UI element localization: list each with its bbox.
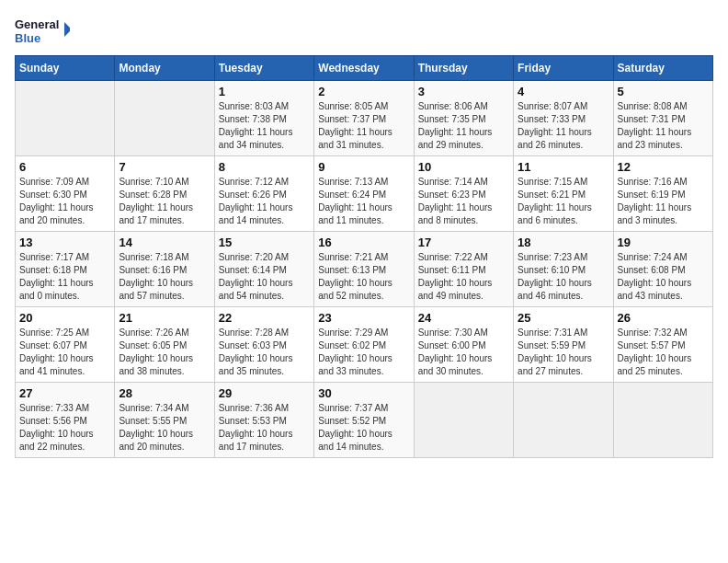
calendar-week-row: 1Sunrise: 8:03 AMSunset: 7:38 PMDaylight… (16, 81, 713, 156)
calendar-cell (514, 383, 613, 458)
calendar-cell: 12Sunrise: 7:16 AMSunset: 6:19 PMDayligh… (613, 156, 712, 232)
calendar-cell: 29Sunrise: 7:36 AMSunset: 5:53 PMDayligh… (214, 383, 313, 458)
day-number: 4 (518, 85, 609, 98)
day-number: 12 (618, 160, 709, 174)
calendar-cell (16, 81, 115, 156)
day-info: Sunrise: 7:29 AMSunset: 6:02 PMDaylight:… (318, 327, 409, 378)
weekday-header-monday: Monday (115, 56, 214, 81)
calendar-cell: 28Sunrise: 7:34 AMSunset: 5:55 PMDayligh… (115, 383, 214, 458)
calendar-cell: 20Sunrise: 7:25 AMSunset: 6:07 PMDayligh… (16, 307, 115, 383)
calendar-cell: 2Sunrise: 8:05 AMSunset: 7:37 PMDaylight… (314, 81, 414, 156)
day-info: Sunrise: 7:28 AMSunset: 6:03 PMDaylight:… (219, 327, 310, 378)
calendar-table: SundayMondayTuesdayWednesdayThursdayFrid… (15, 55, 713, 458)
day-info: Sunrise: 7:30 AMSunset: 6:00 PMDaylight:… (418, 327, 509, 378)
calendar-cell: 13Sunrise: 7:17 AMSunset: 6:18 PMDayligh… (16, 232, 115, 307)
day-number: 19 (618, 236, 709, 249)
calendar-cell (115, 81, 214, 156)
page-header: General Blue (15, 15, 713, 48)
day-number: 13 (19, 236, 110, 249)
day-number: 1 (219, 85, 310, 98)
calendar-cell: 11Sunrise: 7:15 AMSunset: 6:21 PMDayligh… (514, 156, 613, 232)
calendar-cell: 15Sunrise: 7:20 AMSunset: 6:14 PMDayligh… (214, 232, 313, 307)
calendar-cell: 9Sunrise: 7:13 AMSunset: 6:24 PMDaylight… (314, 156, 414, 232)
day-number: 14 (119, 236, 210, 249)
day-info: Sunrise: 8:05 AMSunset: 7:37 PMDaylight:… (318, 100, 409, 152)
weekday-header-saturday: Saturday (613, 56, 712, 81)
calendar-header: SundayMondayTuesdayWednesdayThursdayFrid… (16, 56, 713, 81)
day-info: Sunrise: 7:10 AMSunset: 6:28 PMDaylight:… (119, 176, 210, 227)
day-info: Sunrise: 7:34 AMSunset: 5:55 PMDaylight:… (119, 402, 210, 454)
calendar-week-row: 6Sunrise: 7:09 AMSunset: 6:30 PMDaylight… (16, 156, 713, 232)
calendar-cell: 8Sunrise: 7:12 AMSunset: 6:26 PMDaylight… (214, 156, 313, 232)
calendar-cell: 10Sunrise: 7:14 AMSunset: 6:23 PMDayligh… (414, 156, 513, 232)
calendar-cell (414, 383, 513, 458)
day-info: Sunrise: 7:31 AMSunset: 5:59 PMDaylight:… (518, 327, 609, 378)
calendar-week-row: 20Sunrise: 7:25 AMSunset: 6:07 PMDayligh… (16, 307, 713, 383)
calendar-cell: 30Sunrise: 7:37 AMSunset: 5:52 PMDayligh… (314, 383, 414, 458)
day-number: 21 (119, 311, 210, 325)
day-number: 3 (418, 85, 509, 98)
day-info: Sunrise: 7:32 AMSunset: 5:57 PMDaylight:… (618, 327, 709, 378)
day-number: 15 (219, 236, 310, 249)
day-info: Sunrise: 7:16 AMSunset: 6:19 PMDaylight:… (618, 176, 709, 227)
svg-text:General: General (15, 17, 59, 31)
svg-text:Blue: Blue (15, 31, 40, 45)
day-number: 27 (19, 386, 110, 400)
calendar-cell: 17Sunrise: 7:22 AMSunset: 6:11 PMDayligh… (414, 232, 513, 307)
calendar-cell: 14Sunrise: 7:18 AMSunset: 6:16 PMDayligh… (115, 232, 214, 307)
day-number: 30 (318, 386, 409, 400)
weekday-header-wednesday: Wednesday (314, 56, 414, 81)
calendar-cell: 18Sunrise: 7:23 AMSunset: 6:10 PMDayligh… (514, 232, 613, 307)
svg-marker-2 (64, 22, 70, 37)
day-info: Sunrise: 7:20 AMSunset: 6:14 PMDaylight:… (219, 251, 310, 303)
day-number: 23 (318, 311, 409, 325)
day-info: Sunrise: 8:07 AMSunset: 7:33 PMDaylight:… (518, 100, 609, 152)
calendar-cell: 4Sunrise: 8:07 AMSunset: 7:33 PMDaylight… (514, 81, 613, 156)
day-info: Sunrise: 7:14 AMSunset: 6:23 PMDaylight:… (418, 176, 509, 227)
day-info: Sunrise: 7:22 AMSunset: 6:11 PMDaylight:… (418, 251, 509, 303)
day-info: Sunrise: 7:37 AMSunset: 5:52 PMDaylight:… (318, 402, 409, 454)
day-info: Sunrise: 7:18 AMSunset: 6:16 PMDaylight:… (119, 251, 210, 303)
calendar-cell: 19Sunrise: 7:24 AMSunset: 6:08 PMDayligh… (613, 232, 712, 307)
day-number: 24 (418, 311, 509, 325)
calendar-cell: 3Sunrise: 8:06 AMSunset: 7:35 PMDaylight… (414, 81, 513, 156)
day-number: 18 (518, 236, 609, 249)
calendar-cell: 1Sunrise: 8:03 AMSunset: 7:38 PMDaylight… (214, 81, 313, 156)
day-info: Sunrise: 7:23 AMSunset: 6:10 PMDaylight:… (518, 251, 609, 303)
day-info: Sunrise: 7:15 AMSunset: 6:21 PMDaylight:… (518, 176, 609, 227)
day-number: 9 (318, 160, 409, 174)
calendar-body: 1Sunrise: 8:03 AMSunset: 7:38 PMDaylight… (16, 81, 713, 458)
day-info: Sunrise: 7:17 AMSunset: 6:18 PMDaylight:… (19, 251, 110, 303)
day-info: Sunrise: 7:24 AMSunset: 6:08 PMDaylight:… (618, 251, 709, 303)
weekday-header-tuesday: Tuesday (214, 56, 313, 81)
calendar-cell: 5Sunrise: 8:08 AMSunset: 7:31 PMDaylight… (613, 81, 712, 156)
day-info: Sunrise: 7:33 AMSunset: 5:56 PMDaylight:… (19, 402, 110, 454)
day-info: Sunrise: 7:09 AMSunset: 6:30 PMDaylight:… (19, 176, 110, 227)
day-number: 22 (219, 311, 310, 325)
day-info: Sunrise: 7:26 AMSunset: 6:05 PMDaylight:… (119, 327, 210, 378)
day-number: 17 (418, 236, 509, 249)
calendar-cell: 25Sunrise: 7:31 AMSunset: 5:59 PMDayligh… (514, 307, 613, 383)
calendar-week-row: 13Sunrise: 7:17 AMSunset: 6:18 PMDayligh… (16, 232, 713, 307)
calendar-cell: 22Sunrise: 7:28 AMSunset: 6:03 PMDayligh… (214, 307, 313, 383)
day-number: 8 (219, 160, 310, 174)
calendar-cell: 26Sunrise: 7:32 AMSunset: 5:57 PMDayligh… (613, 307, 712, 383)
day-number: 25 (518, 311, 609, 325)
weekday-header-thursday: Thursday (414, 56, 513, 81)
calendar-cell: 24Sunrise: 7:30 AMSunset: 6:00 PMDayligh… (414, 307, 513, 383)
day-number: 16 (318, 236, 409, 249)
day-number: 20 (19, 311, 110, 325)
day-number: 28 (119, 386, 210, 400)
day-number: 29 (219, 386, 310, 400)
day-info: Sunrise: 7:21 AMSunset: 6:13 PMDaylight:… (318, 251, 409, 303)
weekday-header-friday: Friday (514, 56, 613, 81)
calendar-cell: 27Sunrise: 7:33 AMSunset: 5:56 PMDayligh… (16, 383, 115, 458)
weekday-header-row: SundayMondayTuesdayWednesdayThursdayFrid… (16, 56, 713, 81)
day-info: Sunrise: 8:06 AMSunset: 7:35 PMDaylight:… (418, 100, 509, 152)
day-number: 26 (618, 311, 709, 325)
day-number: 2 (318, 85, 409, 98)
weekday-header-sunday: Sunday (16, 56, 115, 81)
calendar-cell: 7Sunrise: 7:10 AMSunset: 6:28 PMDaylight… (115, 156, 214, 232)
calendar-week-row: 27Sunrise: 7:33 AMSunset: 5:56 PMDayligh… (16, 383, 713, 458)
calendar-cell (613, 383, 712, 458)
